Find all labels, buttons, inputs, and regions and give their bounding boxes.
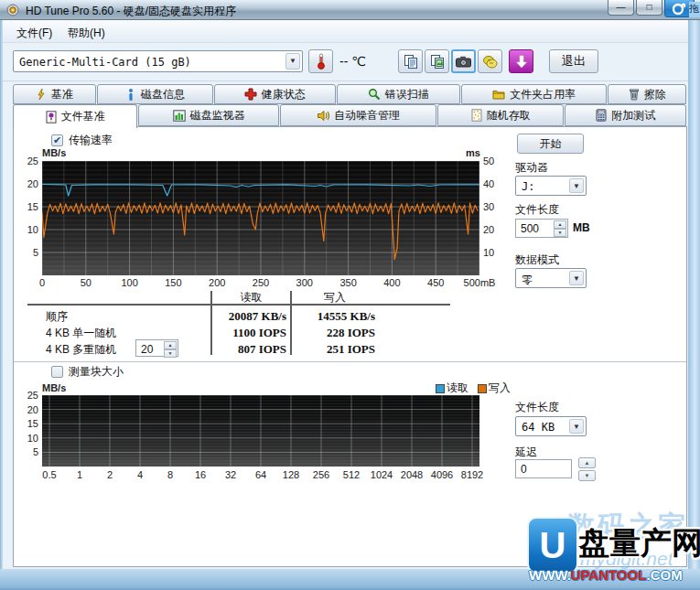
menu-file[interactable]: 文件(F) [12,25,57,42]
sequential-read-value: 20087 KB/s [183,309,286,324]
x-tick-label: 16 [195,469,206,480]
menu-help[interactable]: 帮助(H) [63,25,110,42]
x-tick-label: 400 [383,277,400,288]
delay-input[interactable]: 0 [515,459,572,478]
data-mode-select[interactable]: 零 ▼ [515,268,587,288]
4k-multi-write-value: 251 IOPS [289,342,375,357]
chart1-x-axis: 050100150200250300350400450500mB [42,277,479,290]
x-tick-label: 500mB [464,277,496,288]
x-tick-label: 128 [283,469,299,480]
drive-selector-value: Generic-Multi-Card (15 gB) [19,56,191,69]
chart2-x-axis: 0.512481632641282565121024204840968192 [42,469,479,482]
tab-random-access[interactable]: 随机存取 [437,104,564,126]
x-tick-label: 1024 [371,469,393,480]
x-tick-label: 50 [81,277,92,288]
delay-label: 延迟 [515,445,537,460]
block-size-chart [42,395,479,467]
checkbox-empty [51,366,63,378]
tab-disk-monitor[interactable]: 磁盘监视器 [138,104,278,126]
exit-button[interactable]: 退出 [549,49,598,73]
y-tick-label: 10 [2,433,38,444]
tab-file-benchmark[interactable]: 文件基准 [13,104,137,128]
tab-label: 磁盘监视器 [190,108,245,123]
erase-icon [629,88,640,101]
x-tick-label: 100 [121,277,137,288]
tab-label: 基准 [51,87,73,102]
x-tick-label: 450 [427,277,444,288]
temperature-button[interactable] [308,49,333,73]
block-file-length-value: 64 KB [522,421,555,434]
maximize-button[interactable]: □ [636,0,662,16]
copy-text-button[interactable] [398,49,423,73]
y-tick-label: 10 [483,247,494,258]
drive-label: 驱动器 [515,160,548,176]
queue-depth-stepper[interactable]: 20 ▲▼ [135,339,178,357]
y-tick-label: 5 [2,446,38,457]
y-tick-label: 20 [2,404,38,415]
sequential-write-value: 14555 KB/s [289,309,375,324]
spin-up-icon[interactable]: ▲ [554,220,566,229]
block-file-length-select[interactable]: 64 KB ▼ [515,416,587,436]
row-4k-multi-label: 4 KB 多重随机 [46,342,116,358]
chevron-down-icon[interactable]: ▼ [569,419,584,434]
toolbar-separator [3,80,688,81]
titlebar: HD Tune Pro 5.60 - 硬盘/固态硬盘实用程序 — □ 拖拽 [0,0,700,20]
chevron-down-icon[interactable]: ▼ [285,53,300,70]
spin-down-icon[interactable]: ▼ [164,349,177,358]
y-axis-unit-right: ms [466,147,480,158]
block-size-checkbox[interactable]: 测量块大小 [51,364,124,380]
copy-image-button[interactable] [425,49,449,73]
tab-extra-tests[interactable]: 附加测试 [565,104,686,126]
save-results-icon [482,55,498,69]
chart2-legend: 读取 写入 [436,381,511,396]
delay-spin-up[interactable]: ▲ [578,457,596,468]
url-main: UPANTOOL [571,567,647,583]
app-icon [6,4,19,16]
spin-up-icon[interactable]: ▲ [164,341,177,349]
x-tick-label: 2048 [401,469,423,480]
tab-disk-info[interactable]: 磁盘信息 [97,84,213,104]
x-tick-label: 350 [339,277,356,288]
delay-spin-down[interactable]: ▼ [578,470,596,481]
y-tick-label: 30 [483,201,494,212]
download-button[interactable] [509,49,533,73]
window-title: HD Tune Pro 5.60 - 硬盘/固态硬盘实用程序 [26,4,236,19]
error-scan-icon [368,88,381,101]
start-button[interactable]: 开始 [517,134,584,154]
drive-letter-select[interactable]: J: ▼ [515,176,587,196]
tab-health[interactable]: 健康状态 [214,84,336,104]
disk-info-icon [125,88,136,101]
spin-down-icon[interactable]: ▼ [554,229,566,237]
block-size-label: 测量块大小 [69,364,124,380]
chevron-down-icon[interactable]: ▼ [569,271,584,285]
watermark-site-url: WWW.UPANTOOL.COM [529,567,683,583]
tab-aam[interactable]: 自动噪音管理 [280,104,436,126]
tab-erase[interactable]: 擦除 [608,84,686,104]
minimize-button[interactable]: — [608,0,634,16]
save-results-button[interactable] [478,49,502,73]
chevron-down-icon[interactable]: ▼ [569,178,584,193]
chart1-y-axis-right: 5040302010 [483,161,511,280]
tab-folder-usage[interactable]: 文件夹占用率 [461,84,607,104]
tab-label: 文件夹占用率 [510,87,576,102]
x-tick-label: 4096 [431,469,453,480]
transfer-rate-checkbox[interactable]: ✔ 传输速率 [51,133,113,148]
checkbox-check-icon: ✔ [51,134,63,146]
tab-label: 文件基准 [61,109,105,124]
tab-error-scan[interactable]: 错误扫描 [337,84,460,104]
x-tick-label: 8 [167,469,173,480]
file-length-stepper[interactable]: 500 ▲▼ [515,219,568,238]
chart2-y-axis: 252015105 [2,395,38,472]
tab-benchmark[interactable]: 基准 [13,84,96,104]
drag-hint-label: 拖拽 [689,2,700,17]
write-legend-swatch [478,384,487,393]
tab-label: 擦除 [644,87,666,102]
y-axis-unit-left-2: MB/s [42,382,66,393]
folder-usage-icon [492,89,505,100]
temperature-value: -- ℃ [339,54,366,69]
x-tick-label: 8192 [461,469,483,480]
y-tick-label: 20 [2,178,38,189]
drive-selector[interactable]: Generic-Multi-Card (15 gB) ▼ [13,50,303,72]
tab-label: 随机存取 [487,108,531,123]
screenshot-button[interactable] [451,49,476,73]
